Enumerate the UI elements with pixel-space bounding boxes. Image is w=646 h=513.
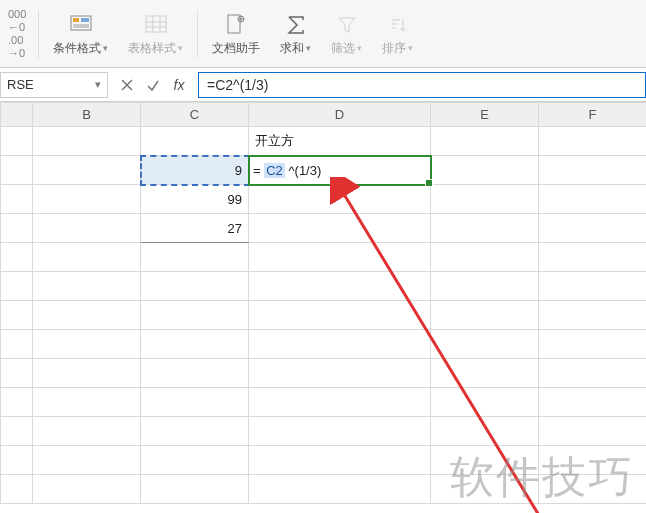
funnel-icon <box>334 12 360 38</box>
cell-D1[interactable]: 开立方 <box>249 127 431 156</box>
table-row: 9 = C2 ^(1/3) <box>1 156 647 185</box>
svg-rect-3 <box>73 24 89 28</box>
conditional-format-icon <box>68 12 94 38</box>
table-style-icon <box>143 12 169 38</box>
ribbon-toolbar: 000 ←0 .00 →0 条件格式▾ 表格样式▾ 文档助手 求和▾ 筛选▾ <box>0 0 646 68</box>
cell-C3[interactable]: 99 <box>141 185 249 214</box>
sort-icon <box>385 12 411 38</box>
fx-button[interactable]: fx <box>166 72 192 98</box>
doc-helper-button[interactable]: 文档助手 <box>202 4 270 64</box>
doc-helper-icon <box>223 12 249 38</box>
table-row: 27 <box>1 214 647 243</box>
col-header-C[interactable]: C <box>141 103 249 127</box>
svg-rect-4 <box>146 16 166 32</box>
table-style-button[interactable]: 表格样式▾ <box>118 4 193 64</box>
col-header-F[interactable]: F <box>539 103 647 127</box>
table-row: 99 <box>1 185 647 214</box>
table-row <box>1 301 647 330</box>
formula-input[interactable]: =C2^(1/3) <box>198 72 646 98</box>
conditional-format-button[interactable]: 条件格式▾ <box>43 4 118 64</box>
col-header-D[interactable]: D <box>249 103 431 127</box>
cell-C2[interactable]: 9 <box>141 156 249 185</box>
name-box[interactable]: RSE <box>0 72 108 98</box>
sigma-icon <box>283 12 309 38</box>
spreadsheet-grid[interactable]: B C D E F 开立方 9 = C2 ^(1/3) 99 27 <box>0 102 646 513</box>
cell-D2-editing[interactable]: = C2 ^(1/3) <box>249 156 431 185</box>
table-row <box>1 330 647 359</box>
svg-rect-2 <box>81 18 89 22</box>
confirm-formula-button[interactable] <box>140 72 166 98</box>
col-header-E[interactable]: E <box>431 103 539 127</box>
cell-C4[interactable]: 27 <box>141 214 249 243</box>
column-header-row: B C D E F <box>1 103 647 127</box>
table-row <box>1 446 647 475</box>
filter-button[interactable]: 筛选▾ <box>321 4 372 64</box>
fx-icon: fx <box>174 77 185 93</box>
table-row <box>1 359 647 388</box>
col-header-B[interactable]: B <box>33 103 141 127</box>
formula-bar: RSE fx =C2^(1/3) <box>0 68 646 102</box>
table-row <box>1 388 647 417</box>
table-row <box>1 475 647 504</box>
table-row: 开立方 <box>1 127 647 156</box>
decimal-format-group[interactable]: 000 ←0 .00 →0 <box>0 4 34 63</box>
table-row <box>1 272 647 301</box>
svg-rect-1 <box>73 18 79 22</box>
table-row <box>1 417 647 446</box>
sort-button[interactable]: 排序▾ <box>372 4 423 64</box>
table-row <box>1 243 647 272</box>
sum-button[interactable]: 求和▾ <box>270 4 321 64</box>
cancel-formula-button[interactable] <box>114 72 140 98</box>
